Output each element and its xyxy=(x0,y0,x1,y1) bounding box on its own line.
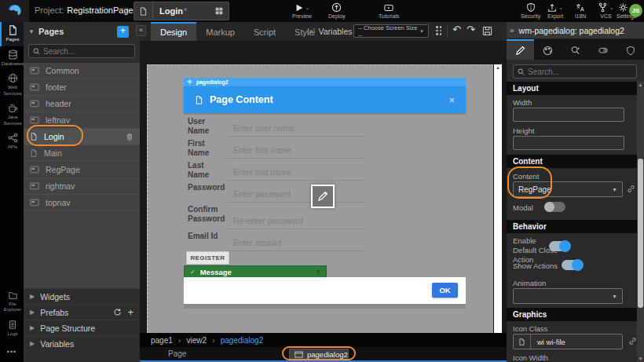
wavemaker-logo[interactable] xyxy=(0,0,29,22)
sidebar-item-logs[interactable]: Logs xyxy=(0,316,24,341)
security-button[interactable]: Security xyxy=(521,2,540,19)
scrollbar-thumb[interactable] xyxy=(638,159,643,308)
more-options-icon[interactable]: ••• xyxy=(0,348,24,356)
pages-search-input[interactable] xyxy=(43,47,122,56)
breadcrumb-item[interactable]: page1 xyxy=(151,336,173,345)
variables-menu[interactable]: {x}Variables⌄ xyxy=(307,22,360,41)
save-button[interactable] xyxy=(482,26,492,36)
page-item-header[interactable]: header xyxy=(24,96,140,112)
tab-events[interactable] xyxy=(562,39,589,60)
page-item-main[interactable]: Main xyxy=(24,145,140,162)
section-page-structure[interactable]: ▶Page Structure xyxy=(24,320,140,335)
pagedialog2-tab[interactable]: pagedialog2 xyxy=(289,349,349,360)
preview-button[interactable]: ⌄ Preview xyxy=(292,2,312,19)
page-item-rightnav[interactable]: rightnav xyxy=(24,178,140,195)
canvas-scrollbar[interactable]: ▲▼ xyxy=(494,64,502,352)
canvas-more-options-icon[interactable] xyxy=(436,26,441,35)
page-item-regpage[interactable]: RegPage xyxy=(24,162,140,178)
i18n-button[interactable]: i18N xyxy=(575,2,586,19)
design-artboard[interactable]: ✛pagedialog2 Page Content × User NameEnt… xyxy=(147,64,493,342)
animation-select[interactable]: ▼ xyxy=(513,288,623,304)
page-item-leftnav[interactable]: leftnav xyxy=(24,112,140,129)
username-input[interactable]: Enter user name xyxy=(227,115,366,137)
height-input[interactable] xyxy=(513,136,624,150)
tab-security[interactable] xyxy=(617,39,644,60)
sidebar-item-apis[interactable]: APIs xyxy=(0,130,24,154)
register-button[interactable]: REGISTER xyxy=(186,251,229,265)
page-item-footer[interactable]: footer xyxy=(24,79,140,96)
password-input[interactable]: Enter password xyxy=(227,181,366,203)
vcs-button[interactable]: ⌄ VCS xyxy=(598,2,614,19)
tab-properties[interactable] xyxy=(507,39,534,60)
close-action-toggle[interactable] xyxy=(549,241,570,251)
breadcrumb-item[interactable]: view2 xyxy=(186,336,207,345)
props-search-input[interactable] xyxy=(528,68,614,76)
edit-overlay-button[interactable] xyxy=(311,185,335,208)
breadcrumb-item-active[interactable]: pagedialog2 xyxy=(221,336,264,345)
dialog-close-icon[interactable]: × xyxy=(448,94,455,106)
screen-size-select[interactable]: -- Choose Screen Size --▼ xyxy=(353,24,429,38)
message-close-icon[interactable]: × xyxy=(316,268,320,276)
section-widgets[interactable]: ▶Widgets xyxy=(24,288,140,304)
section-variables[interactable]: ▶Variables xyxy=(24,335,140,351)
tab-script[interactable]: Script xyxy=(244,22,285,41)
grid-icon[interactable] xyxy=(214,6,224,16)
ok-button[interactable]: OK xyxy=(432,283,458,298)
scroll-down-icon[interactable]: ▼ xyxy=(639,356,643,362)
bind-property-icon[interactable] xyxy=(628,337,637,346)
collapse-triangle-icon[interactable]: ▼ xyxy=(28,28,35,35)
pages-panel-header: ▼ Pages + xyxy=(24,22,140,41)
sidebar-item-pages[interactable]: Pages xyxy=(0,22,24,46)
tab-design[interactable]: Design xyxy=(151,22,196,41)
user-avatar[interactable]: JS xyxy=(629,4,642,17)
tab-devices[interactable] xyxy=(589,39,617,60)
sidebar-item-databases[interactable]: Databases xyxy=(0,46,24,71)
lastname-input[interactable]: Enter last name xyxy=(227,159,366,181)
show-actions-toggle[interactable] xyxy=(562,260,583,270)
confirm-password-input[interactable]: Re-enter password xyxy=(227,203,366,229)
widget-selection-bar[interactable]: ✛pagedialog2 xyxy=(184,78,466,86)
page-item-login-selected[interactable]: Login xyxy=(24,129,140,145)
content-select[interactable]: RegPage▼ xyxy=(513,181,623,197)
add-page-button[interactable]: + xyxy=(117,26,129,38)
deploy-button[interactable]: Deploy xyxy=(328,2,346,19)
partial-icon xyxy=(30,67,39,75)
play-icon xyxy=(295,3,304,13)
delete-page-icon[interactable] xyxy=(126,133,134,141)
top-bar: Project:RegistrationPage › Login* ⌄ Prev… xyxy=(0,0,644,22)
collapse-panel-button[interactable]: « xyxy=(136,25,146,36)
props-scrollbar[interactable]: ▲ ▼ xyxy=(637,82,644,362)
scroll-up-icon[interactable]: ▲ xyxy=(639,82,643,88)
scroll-up-icon[interactable]: ▲ xyxy=(496,65,500,70)
icon-class-label: Icon Class xyxy=(513,324,547,333)
tab-styles[interactable] xyxy=(534,39,562,60)
add-prefab-icon[interactable]: + xyxy=(127,306,134,318)
undo-button[interactable]: ↶ xyxy=(452,24,461,35)
tab-markup[interactable]: Markup xyxy=(196,22,244,41)
page-item-topnav[interactable]: topnav xyxy=(24,195,140,211)
props-search-box[interactable] xyxy=(513,64,637,79)
partial-icon xyxy=(30,100,39,108)
dropdown-arrow-icon: ▼ xyxy=(612,187,617,192)
sidebar-item-file-explorer[interactable]: File Explorer xyxy=(0,287,24,316)
sidebar-item-java-services[interactable]: Java Services xyxy=(0,100,24,130)
section-prefabs[interactable]: ▶Prefabs + xyxy=(24,304,140,320)
pages-search-box[interactable] xyxy=(28,44,135,58)
firstname-input[interactable]: Enter first name xyxy=(227,137,366,159)
left-icon-rail: Pages Databases Web Services Java Servic… xyxy=(0,22,24,362)
email-input[interactable]: Enter emailid xyxy=(227,229,366,251)
modal-toggle[interactable] xyxy=(544,202,565,212)
dialog-header[interactable]: Page Content × xyxy=(184,86,466,113)
page-item-common[interactable]: Common xyxy=(24,63,140,79)
icon-class-input[interactable]: wi wi-file xyxy=(513,334,623,349)
export-button[interactable]: ⌄ Export xyxy=(547,2,563,19)
redo-button[interactable]: ↷ xyxy=(467,24,475,35)
expand-panel-icon[interactable]: » xyxy=(510,26,514,35)
height-label: Height xyxy=(513,126,534,135)
open-page-tab[interactable]: Login* xyxy=(134,2,229,20)
bind-property-icon[interactable] xyxy=(627,185,635,193)
refresh-icon[interactable] xyxy=(113,308,122,316)
tutorials-button[interactable]: Tutorials xyxy=(379,2,400,19)
sidebar-item-web-services[interactable]: Web Services xyxy=(0,70,24,100)
width-input[interactable] xyxy=(513,108,624,122)
